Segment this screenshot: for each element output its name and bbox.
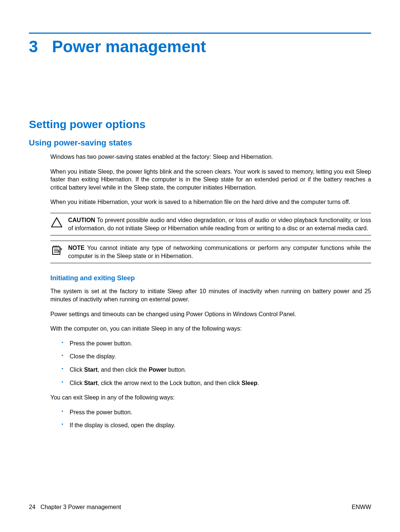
paragraph: The system is set at the factory to init… <box>50 287 371 303</box>
note-label: NOTE <box>68 245 84 251</box>
exit-sleep-list: Press the power button. If the display i… <box>61 408 371 429</box>
paragraph: You can exit Sleep in any of the followi… <box>50 394 371 402</box>
footer-right: ENWW <box>352 504 371 511</box>
subheading: Initiating and exiting Sleep <box>50 274 371 282</box>
page-number: 24 <box>29 504 36 510</box>
footer-left: 24 Chapter 3 Power management <box>29 504 121 511</box>
note-text: NOTE You cannot initiate any type of net… <box>68 244 371 260</box>
paragraph: When you initiate Hibernation, your work… <box>50 198 371 206</box>
initiate-sleep-list: Press the power button. Close the displa… <box>61 339 371 387</box>
caution-callout: CAUTION To prevent possible audio and vi… <box>50 213 371 235</box>
note-icon <box>50 244 63 257</box>
list-item: Click Start, and then click the Power bu… <box>61 366 371 374</box>
list-item: Click Start, click the arrow next to the… <box>61 379 371 387</box>
list-item: Close the display. <box>61 352 371 361</box>
list-item: Press the power button. <box>61 408 371 416</box>
chapter-title: Power management <box>52 37 206 56</box>
paragraph: With the computer on, you can initiate S… <box>50 325 371 333</box>
paragraph: When you initiate Sleep, the power light… <box>50 168 371 192</box>
chapter-heading: 3 Power management <box>29 37 371 56</box>
list-item: Press the power button. <box>61 339 371 348</box>
paragraph: Windows has two power-saving states enab… <box>50 153 371 161</box>
paragraph: Power settings and timeouts can be chang… <box>50 310 371 318</box>
page-footer: 24 Chapter 3 Power management ENWW <box>29 504 371 511</box>
sleep-section: The system is set at the factory to init… <box>50 287 371 429</box>
list-item: If the display is closed, open the displ… <box>61 421 371 429</box>
chapter-rule <box>29 33 371 34</box>
subsection-heading: Using power-saving states <box>29 138 371 148</box>
caution-text: CAUTION To prevent possible audio and vi… <box>68 216 371 232</box>
footer-chapter: Chapter 3 Power management <box>40 504 121 510</box>
caution-icon <box>50 216 63 229</box>
chapter-number: 3 <box>29 37 38 56</box>
section-heading: Setting power options <box>29 118 371 131</box>
caution-label: CAUTION <box>68 217 95 223</box>
note-callout: NOTE You cannot initiate any type of net… <box>50 241 371 263</box>
body-content: Windows has two power-saving states enab… <box>50 153 371 263</box>
